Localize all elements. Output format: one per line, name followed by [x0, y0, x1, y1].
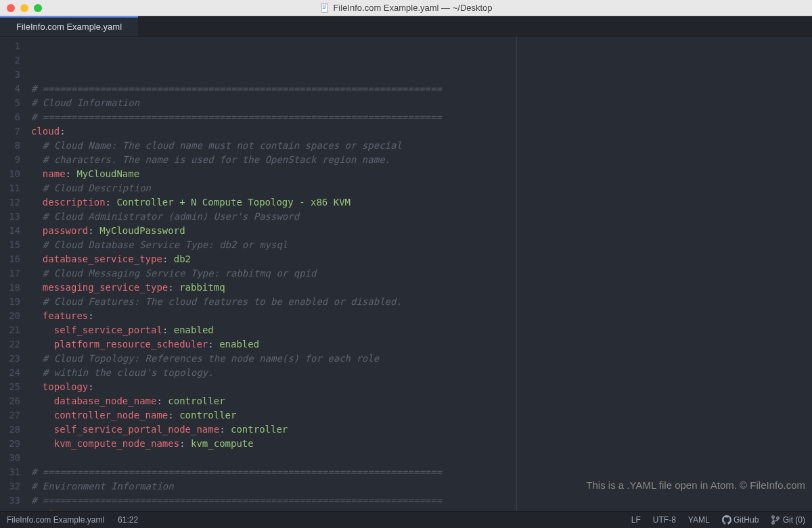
svg-rect-3 — [323, 8, 325, 9]
code-line[interactable]: self_service_portal_node_name: controlle… — [31, 423, 812, 437]
line-number: 23 — [0, 352, 20, 366]
close-window-button[interactable] — [7, 4, 15, 12]
status-cursor-position[interactable]: 61:22 — [118, 515, 138, 525]
code-line[interactable]: description: Controller + N Compute Topo… — [31, 195, 812, 210]
file-icon — [319, 3, 329, 13]
line-number: 31 — [0, 465, 20, 479]
code-line[interactable]: cloud: — [31, 124, 812, 139]
status-file-name[interactable]: FileInfo.com Example.yaml — [7, 515, 104, 525]
code-line[interactable]: environment: — [31, 508, 812, 511]
status-github-label: GitHub — [734, 515, 759, 525]
status-git-label: Git (0) — [783, 515, 805, 525]
code-line[interactable]: # ======================================… — [31, 494, 812, 508]
line-number: 18 — [0, 281, 20, 295]
code-line[interactable]: self_service_portal: enabled — [31, 323, 812, 337]
code-line[interactable]: # Cloud Database Service Type: db2 or my… — [31, 238, 812, 252]
line-number: 11 — [0, 181, 20, 195]
tab-bar: FileInfo.com Example.yaml — [0, 16, 812, 37]
line-number: 22 — [0, 337, 20, 352]
zoom-window-button[interactable] — [34, 4, 42, 12]
git-branch-icon — [771, 515, 780, 525]
svg-point-4 — [772, 516, 775, 519]
code-line[interactable]: # Cloud Topology: References the node na… — [31, 352, 812, 366]
code-line[interactable]: features: — [31, 309, 812, 323]
code-line[interactable] — [31, 451, 812, 465]
line-number: 6 — [0, 110, 20, 124]
status-language[interactable]: YAML — [688, 515, 710, 525]
line-number: 4 — [0, 82, 20, 96]
line-number: 32 — [0, 479, 20, 494]
wrap-guide — [516, 37, 517, 511]
code-line[interactable]: # Cloud Administrator (admin) User's Pas… — [31, 210, 812, 224]
code-line[interactable]: # Cloud Information — [31, 96, 812, 110]
line-number: 29 — [0, 437, 20, 451]
window-title: FileInfo.com Example.yaml — ~/Desktop — [319, 3, 492, 13]
code-line[interactable]: # characters. The name is used for the O… — [31, 153, 812, 167]
svg-rect-1 — [323, 5, 326, 6]
line-number: 15 — [0, 238, 20, 252]
line-number: 5 — [0, 96, 20, 110]
window-controls — [0, 4, 42, 12]
code-line[interactable]: # Cloud Messaging Service Type: rabbitmq… — [31, 266, 812, 281]
line-number: 8 — [0, 139, 20, 153]
code-line[interactable]: controller_node_name: controller — [31, 408, 812, 423]
code-line[interactable]: # Cloud Description — [31, 181, 812, 195]
code-line[interactable]: kvm_compute_node_names: kvm_compute — [31, 437, 812, 451]
status-line-ending[interactable]: LF — [631, 515, 641, 525]
line-number: 3 — [0, 68, 20, 82]
line-number: 13 — [0, 210, 20, 224]
code-line[interactable]: password: MyCloudPassword — [31, 224, 812, 238]
line-number: 20 — [0, 309, 20, 323]
line-number: 17 — [0, 266, 20, 281]
code-line[interactable]: # Cloud Name: The cloud name must not co… — [31, 139, 812, 153]
svg-point-6 — [777, 517, 780, 520]
github-icon — [722, 515, 731, 525]
tab-active[interactable]: FileInfo.com Example.yaml — [0, 16, 138, 36]
line-number: 28 — [0, 423, 20, 437]
line-number: 12 — [0, 195, 20, 210]
line-number: 25 — [0, 380, 20, 394]
line-number: 14 — [0, 224, 20, 238]
status-encoding[interactable]: UTF-8 — [653, 515, 676, 525]
svg-rect-2 — [323, 7, 326, 7]
line-number: 24 — [0, 366, 20, 380]
code-line[interactable]: # ======================================… — [31, 110, 812, 124]
tab-label: FileInfo.com Example.yaml — [16, 22, 122, 32]
line-number: 16 — [0, 252, 20, 266]
line-number: 19 — [0, 295, 20, 309]
code-line[interactable]: database_node_name: controller — [31, 394, 812, 408]
code-line[interactable]: platform_resource_scheduler: enabled — [31, 337, 812, 352]
line-number-gutter: 1234567891011121314151617181920212223242… — [0, 37, 27, 511]
minimize-window-button[interactable] — [20, 4, 28, 12]
status-github[interactable]: GitHub — [722, 515, 759, 525]
line-number: 10 — [0, 167, 20, 181]
line-number: 9 — [0, 153, 20, 167]
code-line[interactable]: # within the cloud's topology. — [31, 366, 812, 380]
code-line[interactable]: messaging_service_type: rabbitmq — [31, 281, 812, 295]
line-number: 7 — [0, 124, 20, 139]
code-line[interactable]: database_service_type: db2 — [31, 252, 812, 266]
code-line[interactable]: # Cloud Features: The cloud features to … — [31, 295, 812, 309]
editor[interactable]: 1234567891011121314151617181920212223242… — [0, 37, 812, 511]
code-line[interactable]: topology: — [31, 380, 812, 394]
window-title-text: FileInfo.com Example.yaml — ~/Desktop — [333, 3, 492, 13]
line-number: 33 — [0, 494, 20, 508]
code-line[interactable]: name: MyCloudName — [31, 167, 812, 181]
status-bar: FileInfo.com Example.yaml 61:22 LF UTF-8… — [0, 511, 812, 528]
titlebar: FileInfo.com Example.yaml — ~/Desktop — [0, 0, 812, 16]
code-line[interactable]: # ======================================… — [31, 465, 812, 479]
line-number: 30 — [0, 451, 20, 465]
svg-point-5 — [772, 522, 775, 525]
line-number: 21 — [0, 323, 20, 337]
watermark-text: This is a .YAML file open in Atom. © Fil… — [586, 479, 805, 491]
line-number: 26 — [0, 394, 20, 408]
line-number: 1 — [0, 39, 20, 53]
line-number: 2 — [0, 53, 20, 68]
line-number: 27 — [0, 408, 20, 423]
status-git[interactable]: Git (0) — [771, 515, 805, 525]
code-content[interactable]: # ======================================… — [27, 37, 812, 511]
code-line[interactable]: # ======================================… — [31, 82, 812, 96]
